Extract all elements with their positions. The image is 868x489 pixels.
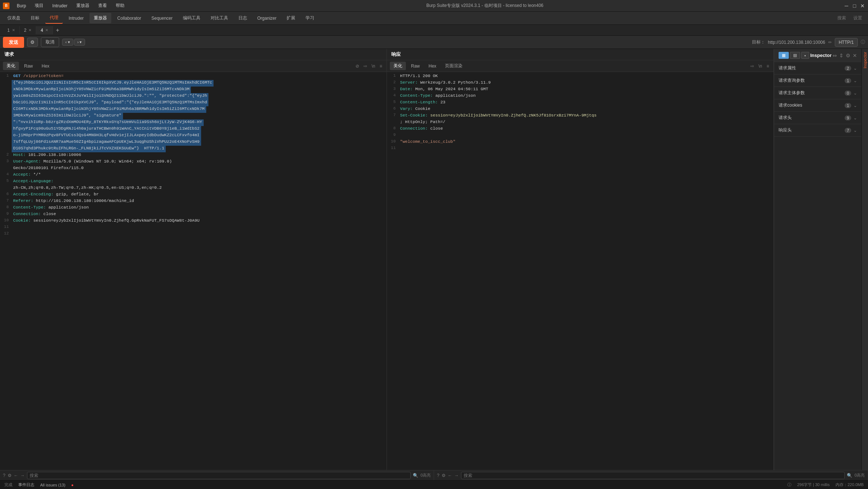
request-code-area[interactable]: 1 GET /vipprice?token= {"eyJhbGciOiJQUzI… (0, 72, 387, 470)
request-line-3b: Gecko/20100101 Firefox/115.0 (0, 165, 387, 172)
nav-proxy[interactable]: 代理 (45, 12, 63, 24)
response-wrap-icon[interactable]: \n (757, 63, 764, 69)
tab-4-label: 4 (41, 28, 43, 33)
response-back-icon[interactable]: ← (448, 473, 452, 478)
status-bar: 完成 事件日志 All issues (13) ● ⓘ 296字节 | 30 m… (0, 480, 868, 489)
inspector-request-headers[interactable]: 请求头 9 ⌄ (774, 112, 861, 124)
gear-button[interactable]: ⚙ (27, 38, 38, 47)
request-settings-icon[interactable]: ⚙ (8, 473, 12, 478)
nav-extensions[interactable]: 扩展 (282, 13, 300, 23)
response-highlight-count: 0高亮 (854, 473, 865, 478)
inspector-cookies[interactable]: 请求cookies 1 ⌄ (774, 99, 861, 112)
minimize-button[interactable]: ─ (844, 3, 849, 8)
response-help-icon[interactable]: ? (437, 473, 439, 478)
inspector-mode-2[interactable]: ▤ (790, 52, 800, 59)
response-tab-render[interactable]: 页面渲染 (441, 62, 466, 70)
edit-target-icon[interactable]: ✏ (828, 40, 832, 45)
inspector-mode-1[interactable]: ▦ (779, 52, 789, 59)
request-line-12: 12 (0, 231, 387, 238)
response-tab-hex[interactable]: Hex (425, 62, 440, 70)
nav-sequencer[interactable]: Sequencer (147, 14, 177, 23)
response-tab-pretty[interactable]: 美化 (390, 62, 406, 70)
menu-help[interactable]: 帮助 (114, 2, 126, 9)
response-forward-icon[interactable]: → (454, 473, 459, 478)
response-search-button[interactable]: 🔍 (847, 473, 852, 478)
inspector-mode-3[interactable]: ▪ (801, 52, 809, 59)
nav-logger[interactable]: 日志 (234, 13, 251, 23)
issues-dot: ● (71, 483, 74, 487)
status-issues[interactable]: All issues (13) (40, 483, 65, 487)
menu-view[interactable]: 查看 (97, 2, 108, 9)
request-forward-icon[interactable]: → (20, 473, 25, 478)
nav-search[interactable]: 搜索 (834, 14, 849, 23)
tab-4[interactable]: 4 ✕ (36, 26, 53, 34)
request-wrap-icon[interactable]: \n (370, 63, 377, 69)
tab-2[interactable]: 2 ✕ (20, 26, 37, 34)
request-send-icon[interactable]: ⇨ (362, 63, 369, 69)
nav-intruder[interactable]: Intruder (64, 14, 88, 23)
inspector-expand-icon[interactable]: ⇔ (833, 53, 837, 58)
nav-repeater[interactable]: 重放器 (89, 13, 111, 23)
nav-dashboard[interactable]: 仪表盘 (3, 13, 25, 23)
response-settings-icon[interactable]: ⚙ (442, 473, 446, 478)
inspector-close-icon[interactable]: ✕ (853, 53, 857, 58)
close-button[interactable]: ✕ (860, 3, 865, 8)
side-tab-inspector[interactable]: Inspector (862, 49, 868, 71)
nav-comparer[interactable]: 对比工具 (206, 13, 233, 23)
request-tab-pretty[interactable]: 美化 (3, 62, 19, 70)
inspector-body-params[interactable]: 请求主体参数 0 ⌄ (774, 87, 861, 99)
request-back-icon[interactable]: ← (14, 473, 18, 478)
cancel-button[interactable]: 取消 (41, 37, 59, 47)
tab-1[interactable]: 1 ✕ (3, 26, 20, 34)
target-label: 目标： (752, 39, 765, 45)
nav-encoder[interactable]: 编码工具 (178, 13, 205, 23)
request-line-8: 8 Content-Type: application/json (0, 205, 387, 211)
request-tab-raw[interactable]: Raw (20, 62, 37, 70)
response-line-7: 7 Set-Cookie: session=eyJyb2xlIjoibWVtYm… (387, 113, 773, 119)
nav-target[interactable]: 目标 (26, 13, 44, 23)
nav-organizer[interactable]: Organizer (253, 14, 281, 23)
side-tabs: Inspector (861, 49, 868, 470)
response-search-input[interactable] (461, 472, 845, 479)
prev-nav-button[interactable]: ‹ ▾ (62, 39, 73, 46)
send-button[interactable]: 发送 (3, 37, 24, 48)
menu-repeater[interactable]: 重放器 (75, 2, 91, 9)
inspector-settings-icon[interactable]: ⚙ (846, 53, 850, 58)
inspector-response-headers[interactable]: 响应头 7 ⌄ (774, 124, 861, 137)
menu-project[interactable]: 项目 (33, 2, 45, 9)
menu-burp[interactable]: Burp (15, 3, 27, 9)
response-line-7b: ; HttpOnly; Path=/ (387, 119, 773, 126)
response-code-area[interactable]: 1 HTTP/1.1 200 OK 2 Server: Werkzeug/3.0… (387, 72, 773, 470)
maximize-button[interactable]: □ (852, 3, 857, 8)
menu-intruder[interactable]: Intruder (51, 3, 69, 9)
inspector-request-attributes[interactable]: 请求属性 2 ⌄ (774, 62, 861, 75)
request-search-input[interactable] (27, 472, 411, 479)
target-display: 目标： http://101.200.138.180:10006 ✏ HTTP/… (752, 38, 865, 47)
nav-learn[interactable]: 学习 (301, 13, 319, 23)
tab-add-button[interactable]: + (53, 26, 62, 35)
response-line-9: 9 (387, 133, 773, 139)
response-tab-raw[interactable]: Raw (407, 62, 423, 70)
next-nav-button[interactable]: › ▾ (74, 39, 85, 46)
http-version-button[interactable]: HTTP/1 (835, 38, 858, 47)
request-highlight-count: 0高亮 (420, 473, 431, 478)
info-icon[interactable]: ⓘ (861, 39, 865, 45)
request-line-token6: 3MDkxMywicm9sZSI6Im1ibWJlciJ9", "signatu… (0, 113, 387, 119)
tab-4-close[interactable]: ✕ (45, 28, 48, 32)
request-menu-icon[interactable]: ≡ (378, 63, 384, 69)
request-line-5b: zh-CN,zh;q=0.8,zh-TW;q=0.7,zh-HK;q=0.5,e… (0, 185, 387, 192)
request-no-intercept-icon[interactable]: ⊘ (354, 63, 361, 69)
status-event-log[interactable]: 事件日志 (18, 482, 34, 488)
response-menu-icon[interactable]: ≡ (765, 63, 771, 69)
request-tab-hex[interactable]: Hex (38, 62, 53, 70)
response-send-icon[interactable]: ⇨ (749, 63, 756, 69)
tab-2-close[interactable]: ✕ (28, 28, 31, 32)
nav-collaborator[interactable]: Collaborator (113, 14, 145, 23)
request-help-icon[interactable]: ? (3, 473, 5, 478)
tab-1-close[interactable]: ✕ (12, 28, 15, 32)
request-search-button[interactable]: 🔍 (413, 473, 418, 478)
nav-settings[interactable]: 设置 (850, 14, 865, 23)
request-line-3: 3 User-Agent: Mozilla/5.0 (Windows NT 10… (0, 159, 387, 165)
inspector-query-params[interactable]: 请求查询参数 1 ⌄ (774, 75, 861, 87)
inspector-collapse-icon[interactable]: ⇕ (839, 53, 844, 58)
